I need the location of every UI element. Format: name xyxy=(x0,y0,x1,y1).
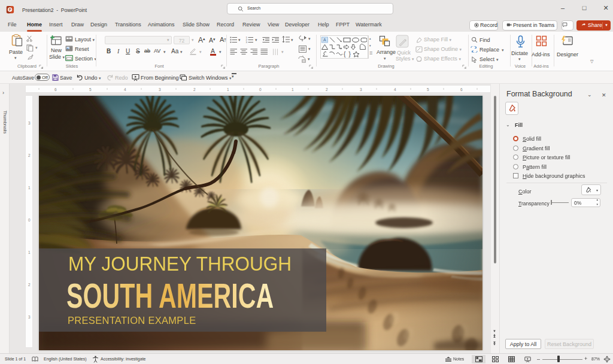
svg-text:3: 3 xyxy=(246,41,248,43)
svg-text:A: A xyxy=(323,38,326,42)
svg-text:{: { xyxy=(344,51,346,57)
svg-text:}: } xyxy=(349,51,351,57)
svg-text:P: P xyxy=(9,8,11,11)
